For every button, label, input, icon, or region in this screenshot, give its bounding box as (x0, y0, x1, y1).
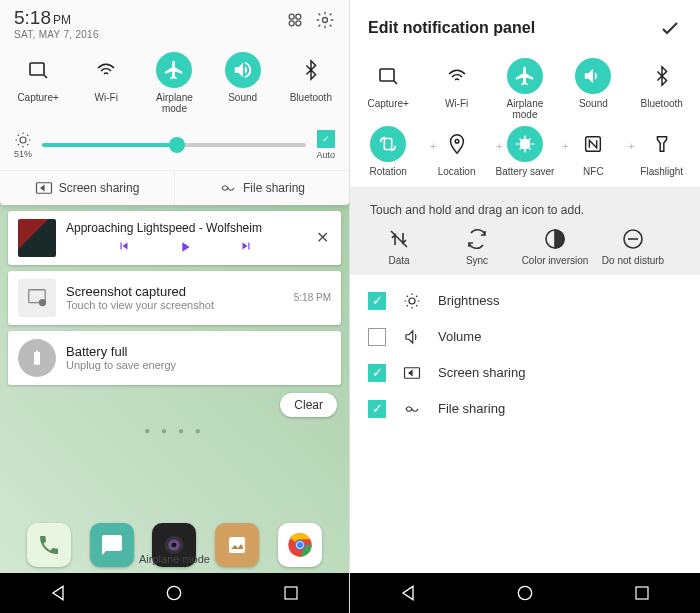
svg-point-17 (297, 542, 303, 548)
navigation-bar (350, 573, 700, 613)
qs-wifi[interactable]: Wi-Fi (76, 52, 136, 114)
active-tiles: Capture+ Wi-Fi Airplane mode Sound Bluet… (350, 50, 700, 187)
brightness-row: 51% ✓Auto (0, 124, 349, 170)
toggle-volume[interactable]: Volume (350, 319, 700, 355)
toggle-brightness[interactable]: ✓Brightness (350, 283, 700, 319)
svg-point-12 (172, 543, 177, 548)
file-sharing-icon (402, 402, 422, 416)
svg-point-9 (39, 299, 46, 306)
navigation-bar (0, 573, 349, 613)
file-sharing-button[interactable]: File sharing (174, 171, 349, 205)
share-row: Screen sharing File sharing (0, 170, 349, 205)
notification-list: Approaching Lightspeed - Wolfsheim ✕ Scr… (0, 211, 349, 385)
tile-bluetooth[interactable]: Bluetooth (632, 58, 692, 120)
brightness-icon (402, 292, 422, 310)
screen-sharing-icon (402, 366, 422, 380)
tile-sync[interactable]: Sync (442, 227, 512, 267)
qs-capture[interactable]: Capture+ (8, 52, 68, 114)
recent-button[interactable] (612, 573, 672, 613)
confirm-icon[interactable] (658, 16, 682, 40)
tile-rotation[interactable]: Rotation (358, 126, 418, 177)
tile-data[interactable]: Data (364, 227, 434, 267)
qs-airplane[interactable]: Airplane mode (144, 52, 204, 114)
toggle-screen-sharing[interactable]: ✓Screen sharing (350, 355, 700, 391)
account-switch-icon[interactable] (285, 10, 305, 30)
svg-rect-13 (229, 537, 245, 553)
notification-shade: 5:18PM SAT, MAY 7, 2016 Capture+ Wi-Fi A… (0, 0, 349, 205)
svg-point-28 (518, 586, 531, 599)
home-button[interactable] (144, 573, 204, 613)
tile-color-inversion[interactable]: Color inversion (520, 227, 590, 267)
next-track-icon[interactable] (239, 239, 253, 255)
brightness-slider[interactable] (42, 143, 306, 147)
back-button[interactable] (28, 573, 88, 613)
prev-track-icon[interactable] (117, 239, 131, 255)
tile-capture[interactable]: Capture+ (358, 58, 418, 120)
close-icon[interactable]: ✕ (314, 226, 331, 249)
page-dots: ● ● ● ● (0, 423, 349, 438)
toggle-list: ✓Brightness Volume ✓Screen sharing ✓File… (350, 275, 700, 427)
recent-button[interactable] (261, 573, 321, 613)
svg-rect-5 (30, 63, 44, 75)
edit-panel-screen: Edit notification panel Capture+ Wi-Fi A… (350, 0, 700, 613)
home-button[interactable] (495, 573, 555, 613)
svg-point-1 (296, 14, 301, 19)
tile-flashlight[interactable]: Flashlight (632, 126, 692, 177)
volume-icon (402, 328, 422, 346)
hint-text: Touch and hold and drag an icon to add. (364, 201, 686, 227)
tile-nfc[interactable]: NFC (563, 126, 623, 177)
date-text: SAT, MAY 7, 2016 (14, 29, 99, 40)
edit-header: Edit notification panel (350, 0, 700, 50)
screen-sharing-button[interactable]: Screen sharing (0, 171, 174, 205)
tile-wifi[interactable]: Wi-Fi (427, 58, 487, 120)
album-art (18, 219, 56, 257)
svg-rect-29 (636, 587, 648, 599)
svg-point-6 (20, 137, 26, 143)
notification-item[interactable]: Battery full Unplug to save energy (8, 331, 341, 385)
clock: 5:18PM SAT, MAY 7, 2016 (14, 8, 99, 40)
media-title: Approaching Lightspeed - Wolfsheim (66, 221, 304, 235)
status-row: 5:18PM SAT, MAY 7, 2016 (0, 0, 349, 44)
svg-point-2 (289, 21, 294, 26)
svg-rect-19 (285, 587, 297, 599)
settings-icon[interactable] (315, 10, 335, 30)
media-notification[interactable]: Approaching Lightspeed - Wolfsheim ✕ (8, 211, 341, 265)
svg-point-26 (409, 298, 415, 304)
brightness-icon: 51% (14, 131, 32, 159)
qs-sound[interactable]: Sound (213, 52, 273, 114)
notification-item[interactable]: Screenshot captured Touch to view your s… (8, 271, 341, 325)
svg-point-4 (323, 18, 328, 23)
svg-point-18 (168, 586, 181, 599)
svg-rect-21 (385, 139, 392, 150)
quick-settings-row: Capture+ Wi-Fi Airplane mode Sound Bluet… (0, 44, 349, 124)
tile-sound[interactable]: Sound (563, 58, 623, 120)
tile-airplane[interactable]: Airplane mode (495, 58, 555, 120)
auto-brightness-checkbox[interactable]: ✓Auto (316, 130, 335, 160)
notification-shade-screen: 5:18PM SAT, MAY 7, 2016 Capture+ Wi-Fi A… (0, 0, 350, 613)
tile-dnd[interactable]: Do not disturb (598, 227, 668, 267)
toggle-file-sharing[interactable]: ✓File sharing (350, 391, 700, 427)
qs-bluetooth[interactable]: Bluetooth (281, 52, 341, 114)
screenshot-icon (18, 279, 56, 317)
inactive-tiles: Touch and hold and drag an icon to add. … (350, 187, 700, 275)
ampm-text: PM (53, 13, 71, 27)
svg-point-22 (455, 139, 459, 143)
svg-rect-20 (380, 69, 394, 81)
battery-icon (18, 339, 56, 377)
svg-point-3 (296, 21, 301, 26)
time-text: 5:18 (14, 7, 51, 28)
clear-button[interactable]: Clear (280, 393, 337, 417)
back-button[interactable] (378, 573, 438, 613)
svg-point-0 (289, 14, 294, 19)
edit-title: Edit notification panel (368, 19, 535, 37)
tile-battery-saver[interactable]: Battery saver (495, 126, 555, 177)
dock-label: Airplane mode (0, 553, 349, 565)
play-icon[interactable] (177, 239, 193, 255)
